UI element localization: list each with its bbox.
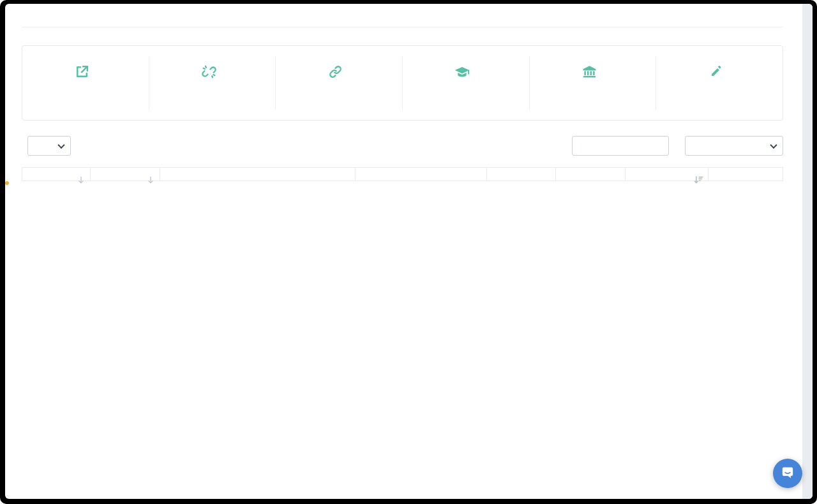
table-header-row	[22, 168, 783, 181]
chat-bubble-icon	[780, 465, 795, 482]
chat-launcher-button[interactable]	[773, 459, 802, 488]
app-window	[5, 4, 813, 499]
page-size-select[interactable]	[27, 136, 71, 156]
column-header-first-seen[interactable]	[626, 168, 708, 181]
stat-label	[26, 88, 145, 103]
stat-nofollow-backlinks	[149, 56, 276, 110]
stat-gov-backlinks	[529, 56, 656, 110]
column-header-follow-nofollow[interactable]	[555, 168, 626, 181]
graduation-cap-icon	[454, 64, 470, 80]
stat-label	[153, 88, 272, 103]
search-input[interactable]	[572, 136, 669, 156]
sort-amount-desc-icon	[693, 175, 703, 188]
sort-down-icon	[77, 175, 86, 188]
chevron-down-icon	[770, 141, 777, 148]
stat-label	[280, 88, 398, 103]
stat-label	[660, 87, 779, 102]
sort-down-icon	[146, 175, 155, 188]
table-controls	[22, 136, 783, 156]
sort-by-select[interactable]	[685, 136, 783, 156]
tab-bar	[22, 19, 783, 27]
stat-total-backlinks	[22, 56, 149, 110]
backlink-stats-card	[22, 45, 783, 121]
column-header-domain-strength[interactable]	[22, 168, 91, 181]
stat-edu-backlinks	[402, 56, 529, 110]
column-header-referring-page[interactable]	[160, 168, 355, 181]
stat-text-backlinks	[656, 56, 783, 110]
chevron-down-icon	[57, 141, 64, 148]
scrollbar-track[interactable]	[802, 4, 813, 499]
screenshot-frame	[0, 0, 817, 504]
column-header-last-crawled[interactable]	[708, 168, 783, 181]
external-link-icon	[74, 64, 90, 80]
column-header-target-page[interactable]	[356, 168, 487, 181]
column-header-anchor-text[interactable]	[487, 168, 555, 181]
pencil-icon	[708, 64, 724, 79]
broken-link-icon	[201, 64, 217, 80]
stat-dofollow-backlinks	[275, 56, 402, 110]
backlinks-table	[22, 167, 783, 181]
column-header-page-strength[interactable]	[91, 168, 160, 181]
backlinks-table-wrap	[22, 167, 783, 181]
stat-label	[534, 88, 652, 103]
domain-strength-highlight	[5, 181, 9, 185]
stat-label	[407, 89, 525, 103]
landmark-icon	[581, 64, 597, 80]
link-icon	[327, 64, 343, 80]
